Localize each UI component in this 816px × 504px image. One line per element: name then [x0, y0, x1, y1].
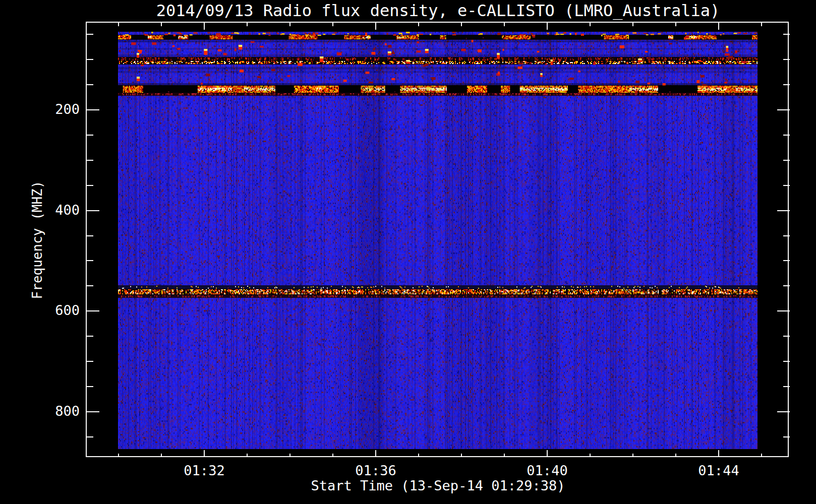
y-minor-tick — [87, 160, 93, 161]
y-minor-tick — [87, 235, 93, 236]
y-minor-tick — [783, 361, 790, 362]
y-major-tick — [87, 109, 99, 110]
x-minor-tick — [590, 454, 591, 457]
x-tick-label: 01:32 — [164, 463, 245, 478]
x-minor-tick — [761, 23, 762, 26]
x-minor-tick — [504, 23, 505, 26]
y-major-tick — [777, 411, 790, 412]
x-major-tick — [547, 450, 548, 457]
x-major-tick — [375, 23, 376, 30]
x-minor-tick — [161, 454, 162, 457]
x-major-tick — [718, 23, 719, 30]
x-minor-tick — [504, 454, 505, 457]
x-minor-tick — [632, 23, 633, 26]
y-minor-tick — [87, 386, 93, 387]
y-minor-tick — [87, 285, 93, 286]
y-minor-tick — [783, 235, 790, 236]
y-minor-tick — [87, 361, 93, 362]
x-major-tick — [547, 23, 548, 30]
y-tick-label: 200 — [20, 101, 80, 117]
x-major-tick — [718, 450, 719, 457]
y-major-tick — [777, 210, 790, 211]
y-minor-tick — [783, 185, 790, 186]
y-minor-tick — [783, 336, 790, 337]
x-minor-tick — [418, 23, 419, 26]
x-tick-label: 01:36 — [335, 463, 416, 478]
y-minor-tick — [87, 436, 93, 437]
x-tick-label: 01:40 — [507, 463, 588, 478]
y-major-tick — [87, 411, 99, 412]
x-axis-label: Start Time (13-Sep-14 01:29:38) — [86, 478, 790, 493]
y-minor-tick — [783, 260, 790, 261]
y-minor-tick — [783, 386, 790, 387]
y-tick-label: 600 — [20, 302, 80, 318]
y-tick-label: 400 — [20, 202, 80, 218]
y-minor-tick — [87, 84, 93, 85]
x-minor-tick — [332, 23, 333, 26]
x-tick-label: 01:44 — [678, 463, 759, 478]
spectrogram-page: 2014/09/13 Radio flux density, e-CALLIST… — [0, 0, 816, 504]
y-axis-label: Frequency (MHZ) — [30, 181, 45, 299]
y-major-tick — [777, 109, 790, 110]
x-minor-tick — [332, 454, 333, 457]
y-minor-tick — [87, 59, 93, 60]
x-major-tick — [204, 450, 205, 457]
chart-title: 2014/09/13 Radio flux density, e-CALLIST… — [86, 1, 790, 20]
x-minor-tick — [761, 454, 762, 457]
y-major-tick — [777, 310, 790, 311]
y-minor-tick — [87, 135, 93, 136]
x-minor-tick — [418, 454, 419, 457]
x-minor-tick — [632, 454, 633, 457]
x-minor-tick — [461, 23, 462, 26]
x-minor-tick — [247, 23, 248, 26]
x-minor-tick — [161, 23, 162, 26]
x-major-tick — [375, 450, 376, 457]
x-minor-tick — [247, 454, 248, 457]
y-minor-tick — [87, 260, 93, 261]
plot-axes-box — [86, 22, 789, 457]
x-minor-tick — [289, 23, 290, 26]
y-minor-tick — [87, 34, 93, 35]
x-minor-tick — [675, 23, 676, 26]
y-minor-tick — [783, 84, 790, 85]
x-minor-tick — [675, 454, 676, 457]
y-minor-tick — [783, 59, 790, 60]
y-minor-tick — [87, 336, 93, 337]
y-tick-label: 800 — [20, 403, 80, 419]
x-minor-tick — [118, 23, 119, 26]
x-major-tick — [204, 23, 205, 30]
y-major-tick — [87, 310, 99, 311]
x-minor-tick — [289, 454, 290, 457]
y-minor-tick — [783, 135, 790, 136]
y-minor-tick — [783, 285, 790, 286]
y-minor-tick — [783, 436, 790, 437]
y-minor-tick — [783, 34, 790, 35]
x-minor-tick — [461, 454, 462, 457]
x-minor-tick — [118, 454, 119, 457]
y-minor-tick — [783, 160, 790, 161]
y-minor-tick — [87, 185, 93, 186]
y-major-tick — [87, 210, 99, 211]
x-minor-tick — [590, 23, 591, 26]
